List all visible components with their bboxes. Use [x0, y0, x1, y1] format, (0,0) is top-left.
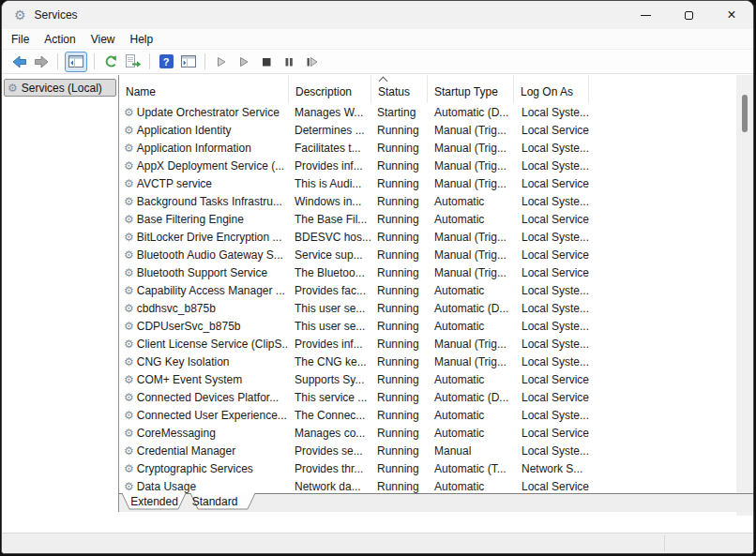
- table-row[interactable]: ⚙ Base Filtering Engine The Base Fil... …: [119, 210, 736, 228]
- service-startup-type: Automatic (D...: [428, 302, 514, 315]
- table-row[interactable]: ⚙ Update Orchestrator Service Manages W.…: [119, 103, 736, 121]
- service-status: Running: [371, 302, 428, 315]
- column-header-row: Name Description Status Startup Type Log…: [119, 75, 753, 103]
- close-button[interactable]: ×: [710, 1, 753, 29]
- service-name: Application Identity: [137, 124, 232, 137]
- service-log-on-as: Local Syste...: [514, 338, 589, 351]
- stop-service-icon[interactable]: [257, 53, 276, 71]
- service-name: Background Tasks Infrastru...: [137, 195, 282, 208]
- service-startup-type: Manual (Trig...: [428, 355, 514, 368]
- tab-extended[interactable]: Extended: [129, 495, 179, 508]
- service-name: BitLocker Drive Encryption ...: [137, 231, 282, 244]
- table-row[interactable]: ⚙ CoreMessaging Manages co... Running Au…: [119, 424, 736, 442]
- service-log-on-as: Local Syste...: [514, 106, 589, 119]
- service-gear-icon: ⚙: [124, 303, 134, 314]
- restart-service-icon[interactable]: [302, 53, 321, 71]
- service-gear-icon: ⚙: [124, 392, 134, 403]
- table-row[interactable]: ⚙ Connected User Experience... The Conne…: [119, 406, 736, 424]
- service-description: Network da...: [289, 480, 371, 493]
- service-name: Capability Access Manager ...: [137, 284, 285, 297]
- service-name: Cryptographic Services: [137, 462, 253, 475]
- service-description: This user se...: [289, 320, 371, 333]
- table-row[interactable]: ⚙ COM+ Event System Supports Sy... Runni…: [119, 370, 736, 388]
- service-description: The Base Fil...: [289, 213, 371, 226]
- table-row[interactable]: ⚙ Bluetooth Support Service The Bluetoo.…: [119, 263, 736, 281]
- service-status: Running: [371, 195, 428, 208]
- show-action-pane-icon[interactable]: [179, 53, 198, 71]
- pause-service-icon[interactable]: [280, 53, 298, 71]
- table-row[interactable]: ⚙ AVCTP service This is Audi... Running …: [119, 174, 736, 192]
- service-log-on-as: Local Service: [514, 248, 589, 262]
- service-log-on-as: Local Syste...: [514, 142, 589, 155]
- toolbar-separator: [94, 53, 95, 69]
- service-log-on-as: Local Service: [514, 427, 589, 440]
- service-log-on-as: Local Syste...: [514, 409, 589, 422]
- table-row[interactable]: ⚙ Client License Service (ClipS... Provi…: [119, 335, 736, 353]
- table-row[interactable]: ⚙ AppX Deployment Service (... Provides …: [119, 157, 736, 174]
- column-header-description[interactable]: Description: [289, 75, 371, 103]
- column-header-name[interactable]: Name: [119, 75, 289, 103]
- service-log-on-as: Local Service: [514, 213, 589, 226]
- table-row[interactable]: ⚙ Cryptographic Services Provides thr...…: [119, 459, 736, 477]
- table-row[interactable]: ⚙ Connected Devices Platfor... This serv…: [119, 388, 736, 406]
- show-console-tree-icon[interactable]: [65, 52, 87, 72]
- toolbar-separator: [149, 53, 150, 69]
- table-row[interactable]: ⚙ Background Tasks Infrastru... Windows …: [119, 192, 736, 210]
- service-log-on-as: Local Service: [514, 391, 589, 404]
- service-status: Running: [371, 320, 428, 333]
- minimize-button[interactable]: [624, 1, 667, 29]
- service-gear-icon: ⚙: [124, 356, 134, 368]
- back-icon[interactable]: [9, 53, 28, 71]
- table-row[interactable]: ⚙ Application Information Facilitates t.…: [119, 139, 736, 157]
- refresh-icon[interactable]: [101, 53, 120, 71]
- table-row[interactable]: ⚙ cbdhsvc_b875b This user se... Running …: [119, 299, 736, 317]
- service-status: Running: [371, 480, 428, 493]
- forward-icon[interactable]: [32, 53, 51, 71]
- service-startup-type: Automatic: [428, 409, 514, 422]
- service-name: COM+ Event System: [137, 373, 242, 386]
- menu-item-view[interactable]: View: [83, 30, 123, 49]
- column-header-log-on-as[interactable]: Log On As: [514, 75, 589, 103]
- export-list-icon[interactable]: [124, 53, 143, 71]
- service-description: Provides inf...: [289, 159, 371, 173]
- service-description: This is Audi...: [289, 177, 371, 190]
- menu-bar: File Action View Help: [2, 29, 753, 50]
- service-log-on-as: Local Service: [514, 177, 589, 190]
- service-log-on-as: Local Syste...: [514, 355, 589, 368]
- service-description: Provides fac...: [289, 284, 371, 297]
- menu-item-file[interactable]: File: [4, 30, 37, 49]
- start-service-icon[interactable]: [212, 53, 231, 71]
- services-gear-icon: ⚙: [14, 8, 26, 22]
- table-row[interactable]: ⚙ Application Identity Determines ... Ru…: [119, 121, 736, 139]
- sidebar-item-services-local[interactable]: ⚙ Services (Local): [4, 79, 116, 97]
- service-startup-type: Automatic: [428, 195, 514, 208]
- table-row[interactable]: ⚙ BitLocker Drive Encryption ... BDESVC …: [119, 228, 736, 246]
- service-description: The Bluetoo...: [289, 266, 371, 279]
- table-row[interactable]: ⚙ CNG Key Isolation The CNG ke... Runnin…: [119, 353, 736, 370]
- menu-item-action[interactable]: Action: [37, 30, 83, 49]
- resume-service-icon[interactable]: [234, 53, 253, 71]
- service-status: Running: [371, 231, 428, 244]
- service-status: Running: [371, 444, 428, 458]
- close-icon: ×: [727, 8, 735, 23]
- service-gear-icon: ⚙: [124, 481, 134, 492]
- service-gear-icon: ⚙: [124, 267, 134, 278]
- table-row[interactable]: ⚙ Credential Manager Provides se... Runn…: [119, 442, 736, 459]
- service-gear-icon: ⚙: [124, 410, 134, 421]
- service-name: AppX Deployment Service (...: [137, 159, 284, 173]
- vertical-scrollbar[interactable]: [736, 75, 753, 516]
- help-icon[interactable]: [157, 53, 175, 71]
- service-status: Running: [371, 355, 428, 368]
- table-row[interactable]: ⚙ Capability Access Manager ... Provides…: [119, 281, 736, 299]
- table-row[interactable]: ⚙ CDPUserSvc_b875b This user se... Runni…: [119, 317, 736, 335]
- menu-item-help[interactable]: Help: [123, 30, 161, 49]
- scrollbar-thumb[interactable]: [742, 95, 748, 132]
- tab-standard[interactable]: Standard: [190, 495, 239, 508]
- table-row[interactable]: ⚙ Bluetooth Audio Gateway S... Service s…: [119, 246, 736, 263]
- column-header-startup-type[interactable]: Startup Type: [428, 75, 514, 103]
- service-gear-icon: ⚙: [124, 463, 134, 474]
- service-name: Base Filtering Engine: [137, 213, 244, 226]
- service-name: Data Usage: [137, 480, 196, 493]
- maximize-button[interactable]: [667, 1, 710, 29]
- service-startup-type: Manual: [428, 444, 514, 458]
